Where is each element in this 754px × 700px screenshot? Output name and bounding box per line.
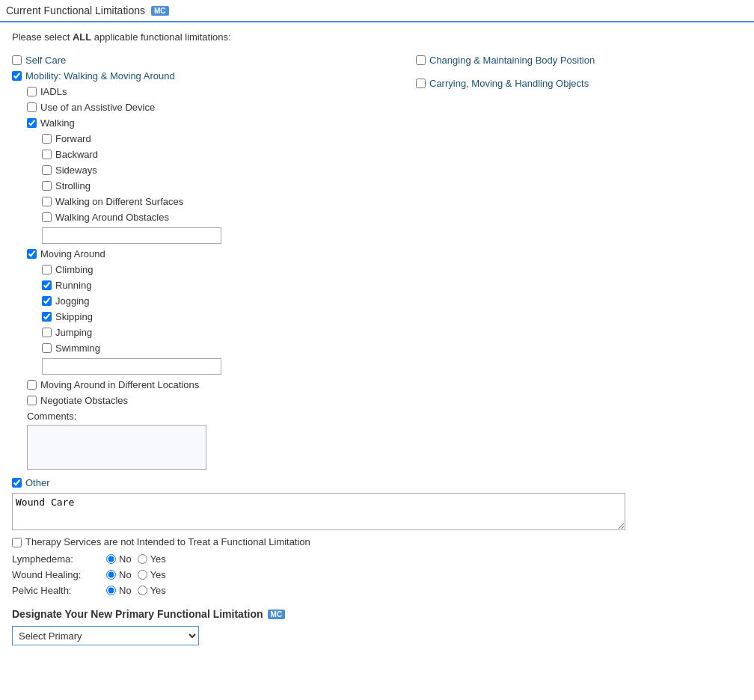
self-care-label[interactable]: Self Care xyxy=(25,55,66,66)
walking-checkbox[interactable] xyxy=(27,118,37,128)
changing-body-position-checkbox[interactable] xyxy=(416,55,426,65)
running-checkbox[interactable] xyxy=(42,280,52,290)
jogging-label[interactable]: Jogging xyxy=(55,295,90,307)
iadls-checkbox[interactable] xyxy=(27,87,37,96)
changing-body-position-item: Changing & Maintaining Body Position xyxy=(416,55,742,66)
running-label[interactable]: Running xyxy=(55,280,91,291)
lymphedema-yes-label: Yes xyxy=(150,553,166,565)
radio-groups: Lymphedema: No Yes Wound Healing: No Yes… xyxy=(12,553,742,596)
wound-healing-no-label: No xyxy=(119,569,132,580)
sideways-label[interactable]: Sideways xyxy=(55,165,97,176)
forward-label[interactable]: Forward xyxy=(55,133,91,144)
jogging-checkbox[interactable] xyxy=(42,296,52,306)
wound-healing-label: Wound Healing: xyxy=(12,569,102,580)
left-column: Self Care Mobility: Walking & Moving Aro… xyxy=(12,55,401,477)
carrying-objects-label[interactable]: Carrying, Moving & Handling Objects xyxy=(429,78,589,89)
moving-diff-locations-label[interactable]: Moving Around in Different Locations xyxy=(40,379,199,390)
mc-badge-header: MC xyxy=(151,6,169,16)
sideways-item: Sideways xyxy=(42,165,386,176)
self-care-item: Self Care xyxy=(12,55,386,66)
lymphedema-row: Lymphedema: No Yes xyxy=(12,553,742,565)
mobility-checkbox[interactable] xyxy=(12,71,22,81)
walking-around-obstacles-checkbox[interactable] xyxy=(42,212,52,222)
assistive-device-label[interactable]: Use of an Assistive Device xyxy=(40,102,155,113)
skipping-checkbox[interactable] xyxy=(42,312,52,322)
assistive-device-item: Use of an Assistive Device xyxy=(27,102,386,113)
moving-around-text-container xyxy=(42,358,386,375)
swimming-label[interactable]: Swimming xyxy=(55,343,100,354)
jumping-label[interactable]: Jumping xyxy=(55,327,92,338)
changing-body-position-label[interactable]: Changing & Maintaining Body Position xyxy=(429,55,595,66)
other-item: Other xyxy=(12,477,742,488)
pelvic-health-no-radio[interactable] xyxy=(106,586,116,595)
backward-checkbox[interactable] xyxy=(42,150,52,159)
negotiate-obstacles-item: Negotiate Obstacles xyxy=(27,395,386,406)
carrying-objects-checkbox[interactable] xyxy=(416,79,426,88)
walking-diff-surfaces-label[interactable]: Walking on Different Surfaces xyxy=(55,196,183,207)
negotiate-obstacles-label[interactable]: Negotiate Obstacles xyxy=(40,395,128,406)
wound-healing-row: Wound Healing: No Yes xyxy=(12,569,742,580)
page-title: Current Functional Limitations xyxy=(6,4,145,16)
swimming-item: Swimming xyxy=(42,343,386,354)
forward-checkbox[interactable] xyxy=(42,134,52,144)
other-label[interactable]: Other xyxy=(25,477,50,488)
climbing-item: Climbing xyxy=(42,264,386,275)
therapy-not-intended-checkbox[interactable] xyxy=(12,538,22,547)
content-area: Please select ALL applicable functional … xyxy=(0,22,754,654)
right-column: Changing & Maintaining Body Position Car… xyxy=(401,55,742,477)
comments-textarea[interactable] xyxy=(27,425,206,470)
moving-diff-locations-checkbox[interactable] xyxy=(27,380,37,390)
carrying-objects-item: Carrying, Moving & Handling Objects xyxy=(416,78,742,89)
other-textarea[interactable]: Wound Care xyxy=(12,493,625,530)
select-primary-container: Select Primary xyxy=(12,626,742,645)
jogging-item: Jogging xyxy=(42,295,386,307)
designate-section: Designate Your New Primary Functional Li… xyxy=(12,608,742,645)
walking-around-obstacles-label[interactable]: Walking Around Obstacles xyxy=(55,212,169,223)
lymphedema-yes-radio[interactable] xyxy=(138,554,147,564)
designate-title-text: Designate Your New Primary Functional Li… xyxy=(12,608,263,620)
jumping-checkbox[interactable] xyxy=(42,328,52,337)
moving-diff-locations-item: Moving Around in Different Locations xyxy=(27,379,386,390)
sideways-checkbox[interactable] xyxy=(42,165,52,175)
self-care-checkbox[interactable] xyxy=(12,55,22,65)
assistive-device-checkbox[interactable] xyxy=(27,102,37,112)
walking-label[interactable]: Walking xyxy=(40,117,75,129)
climbing-label[interactable]: Climbing xyxy=(55,264,94,275)
moving-around-label[interactable]: Moving Around xyxy=(40,248,105,260)
lymphedema-label: Lymphedema: xyxy=(12,553,102,565)
page-header: Current Functional Limitations MC xyxy=(0,0,754,22)
moving-around-text-input[interactable] xyxy=(42,358,221,375)
walking-diff-surfaces-checkbox[interactable] xyxy=(42,197,52,206)
skipping-item: Skipping xyxy=(42,311,386,322)
designate-title: Designate Your New Primary Functional Li… xyxy=(12,608,742,620)
negotiate-obstacles-checkbox[interactable] xyxy=(27,396,37,405)
swimming-checkbox[interactable] xyxy=(42,343,52,353)
therapy-checkbox-item: Therapy Services are not Intended to Tre… xyxy=(12,536,742,547)
backward-item: Backward xyxy=(42,149,386,160)
walking-around-obstacles-item: Walking Around Obstacles xyxy=(42,212,386,223)
lymphedema-no-radio[interactable] xyxy=(106,554,116,564)
instruction-text: Please select ALL applicable functional … xyxy=(12,31,742,43)
strolling-checkbox[interactable] xyxy=(42,181,52,191)
backward-label[interactable]: Backward xyxy=(55,149,98,160)
mobility-label[interactable]: Mobility: Walking & Moving Around xyxy=(25,70,175,82)
other-checkbox[interactable] xyxy=(12,478,22,488)
climbing-checkbox[interactable] xyxy=(42,265,52,274)
comments-label: Comments: xyxy=(27,411,386,422)
pelvic-health-label: Pelvic Health: xyxy=(12,585,102,596)
skipping-label[interactable]: Skipping xyxy=(55,311,93,322)
jumping-item: Jumping xyxy=(42,327,386,338)
walking-text-input[interactable] xyxy=(42,227,221,244)
wound-healing-yes-label: Yes xyxy=(150,569,166,580)
strolling-label[interactable]: Strolling xyxy=(55,180,91,191)
moving-around-checkbox[interactable] xyxy=(27,249,37,259)
therapy-not-intended-label[interactable]: Therapy Services are not Intended to Tre… xyxy=(25,536,310,547)
select-primary-dropdown[interactable]: Select Primary xyxy=(12,626,199,645)
moving-around-item: Moving Around xyxy=(27,248,386,260)
forward-item: Forward xyxy=(42,133,386,144)
lymphedema-no-label: No xyxy=(119,553,132,565)
iadls-label[interactable]: IADLs xyxy=(40,86,67,97)
pelvic-health-yes-radio[interactable] xyxy=(138,586,147,595)
wound-healing-no-radio[interactable] xyxy=(106,570,116,580)
wound-healing-yes-radio[interactable] xyxy=(138,570,147,580)
